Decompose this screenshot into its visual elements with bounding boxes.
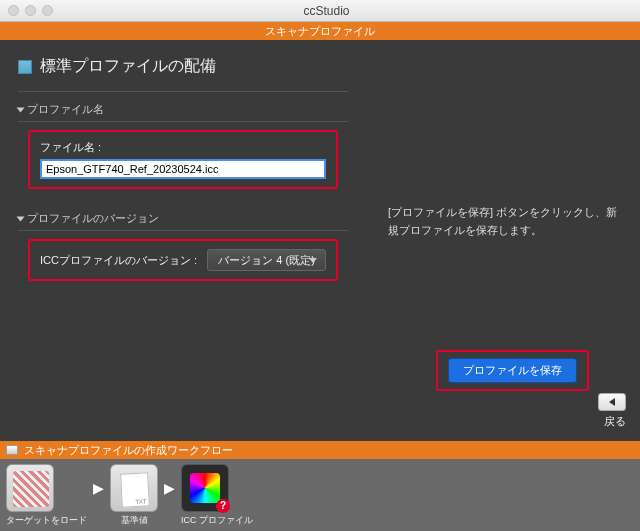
workflow-header: スキャナプロファイルの作成ワークフロー: [0, 441, 640, 459]
workflow-step-load-target[interactable]: ターゲットをロード: [6, 464, 87, 527]
step-arrow-icon: ▶: [93, 480, 104, 496]
step-label: ICC プロファイル: [181, 514, 253, 527]
filename-label: ファイル名 :: [40, 140, 326, 155]
back-navigation: 戻る: [598, 393, 626, 429]
workflow-step-icc-profile[interactable]: ? ICC プロファイル: [181, 464, 253, 527]
workflow-step-reference[interactable]: 基準値: [110, 464, 158, 527]
version-select[interactable]: バージョン 4 (既定): [207, 249, 326, 271]
back-button[interactable]: [598, 393, 626, 411]
filename-group: ファイル名 :: [28, 130, 338, 189]
main-content: 標準プロファイルの配備 プロファイル名 ファイル名 : プロファイルのバージョン…: [0, 40, 640, 441]
section-header-profile-name[interactable]: プロファイル名: [18, 102, 348, 122]
section-header-profile-version[interactable]: プロファイルのバージョン: [18, 211, 348, 231]
workflow-title: スキャナプロファイルの作成ワークフロー: [24, 443, 233, 458]
page-title: 標準プロファイルの配備: [40, 56, 216, 77]
version-label: ICCプロファイルのバージョン :: [40, 253, 197, 268]
subheader-bar: スキャナプロファイル: [0, 22, 640, 40]
back-label: 戻る: [598, 414, 626, 429]
disclosure-triangle-icon: [17, 107, 25, 112]
minimize-window-button[interactable]: [25, 5, 36, 16]
help-badge-icon: ?: [216, 499, 230, 513]
workflow-icon: [6, 445, 18, 455]
divider: [18, 91, 348, 92]
save-button-highlight: プロファイルを保存: [436, 350, 589, 391]
back-arrow-icon: [609, 398, 615, 406]
window-title: ccStudio: [53, 4, 600, 18]
save-profile-button[interactable]: プロファイルを保存: [448, 358, 577, 383]
traffic-lights: [8, 5, 53, 16]
version-group: ICCプロファイルのバージョン : バージョン 4 (既定): [28, 239, 338, 281]
zoom-window-button[interactable]: [42, 5, 53, 16]
section-header-label: プロファイル名: [27, 102, 104, 117]
disclosure-triangle-icon: [17, 216, 25, 221]
step-arrow-icon: ▶: [164, 480, 175, 496]
section-header-label: プロファイルのバージョン: [27, 211, 159, 226]
workflow-steps: ターゲットをロード ▶ 基準値 ▶ ? ICC プロファイル: [0, 459, 640, 531]
version-selected-value: バージョン 4 (既定): [218, 253, 315, 268]
page-icon: [18, 60, 32, 74]
info-text: [プロファイルを保存] ボタンをクリックし、新規プロファイルを保存します。: [388, 204, 618, 239]
close-window-button[interactable]: [8, 5, 19, 16]
window-titlebar: ccStudio: [0, 0, 640, 22]
step-label: ターゲットをロード: [6, 514, 87, 527]
step-label: 基準値: [110, 514, 158, 527]
filename-input[interactable]: [40, 159, 326, 179]
